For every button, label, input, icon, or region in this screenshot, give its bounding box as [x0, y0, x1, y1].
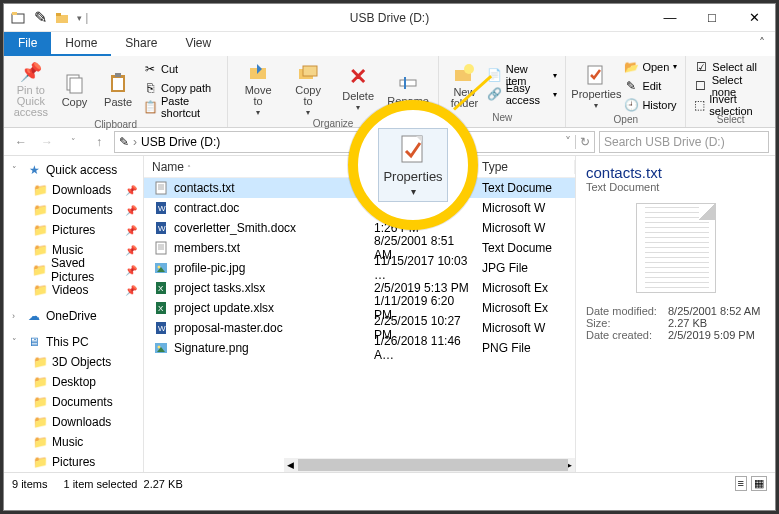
nav-onedrive[interactable]: ›☁OneDrive [4, 306, 143, 326]
invertsel-button[interactable]: ⬚Invert selection [692, 96, 769, 113]
copyto-icon [296, 60, 320, 84]
newitem-button[interactable]: 📄New item ▾ [486, 67, 560, 84]
table-row[interactable]: Xproject update.xlsx1/11/2019 6:20 PMMic… [144, 298, 575, 318]
recent-button[interactable]: ˅ [62, 131, 84, 153]
file-icon: X [154, 301, 168, 315]
status-selected: 1 item selected [63, 478, 137, 490]
nav-item[interactable]: 📁Desktop [4, 372, 143, 392]
table-row[interactable]: Xproject tasks.xlsx2/5/2019 5:13 PMMicro… [144, 278, 575, 298]
status-count: 9 items [12, 478, 47, 490]
copypath-button[interactable]: ⎘Copy path [141, 80, 221, 97]
table-row[interactable]: Wproposal-master.doc2/25/2015 10:27 PMMi… [144, 318, 575, 338]
col-name[interactable]: Name [152, 160, 184, 174]
status-size: 2.27 KB [144, 478, 183, 490]
folder-icon: 📁 [32, 374, 48, 390]
paste-button[interactable]: Paste [97, 58, 139, 118]
history-button[interactable]: 🕘History [622, 96, 679, 113]
folder-icon: 📁 [32, 262, 47, 278]
svg-text:W: W [158, 324, 166, 333]
edit-button[interactable]: ✎Edit [622, 77, 679, 94]
newfolder-icon [452, 62, 476, 86]
qat-dropdown-icon[interactable]: ▾ │ [77, 13, 90, 23]
group-clipboard-label: Clipboard [10, 118, 221, 132]
svg-rect-17 [156, 182, 166, 194]
up-button[interactable]: ↑ [88, 131, 110, 153]
selectnone-button[interactable]: ☐Select none [692, 77, 769, 94]
search-input[interactable]: Search USB Drive (D:) [599, 131, 769, 153]
easyaccess-button[interactable]: 🔗Easy access ▾ [486, 86, 560, 103]
table-row[interactable]: members.txt8/25/2001 8:51 AMText Docume [144, 238, 575, 258]
close-button[interactable]: ✕ [733, 5, 775, 31]
nav-item[interactable]: 📁Pictures📌 [4, 220, 143, 240]
ribbon-collapse-icon[interactable]: ˄ [749, 32, 775, 56]
properties-button[interactable]: Properties▾ [572, 58, 620, 113]
meta-size: 2.27 KB [668, 317, 707, 329]
view-large-icon[interactable]: ▦ [751, 476, 767, 491]
back-button[interactable]: ← [10, 131, 32, 153]
copyto-button[interactable]: Copy to▾ [284, 58, 332, 117]
tab-home[interactable]: Home [51, 32, 111, 56]
breadcrumb-path[interactable]: USB Drive (D:) [141, 135, 220, 149]
svg-rect-2 [56, 15, 68, 23]
view-details-icon[interactable]: ≡ [735, 476, 747, 491]
file-icon: X [154, 281, 168, 295]
meta-created: 2/5/2019 5:09 PM [668, 329, 755, 341]
tab-view[interactable]: View [171, 32, 225, 56]
folder-icon: 📁 [32, 182, 48, 198]
chevron-down-icon: ▾ [411, 186, 416, 197]
nav-item[interactable]: 📁3D Objects [4, 352, 143, 372]
pin-button[interactable]: 📌Pin to Quick access [10, 58, 52, 118]
table-row[interactable]: profile-pic.jpg11/15/2017 10:03 …JPG Fil… [144, 258, 575, 278]
table-row[interactable]: Signature.png1/26/2018 11:46 A…PNG File [144, 338, 575, 358]
nav-item[interactable]: 📁Pictures [4, 452, 143, 472]
svg-rect-0 [12, 14, 24, 23]
pasteshortcut-button[interactable]: 📋Paste shortcut [141, 99, 221, 116]
preview-title: contacts.txt [586, 164, 765, 181]
svg-rect-25 [156, 242, 166, 254]
group-select-label: Select [692, 113, 769, 127]
delete-icon: ✕ [346, 65, 370, 89]
nav-item[interactable]: 📁Documents [4, 392, 143, 412]
invert-icon: ⬚ [694, 98, 705, 112]
forward-button[interactable]: → [36, 131, 58, 153]
folder-icon: 📁 [32, 202, 48, 218]
file-icon: W [154, 321, 168, 335]
pin-icon: 📌 [19, 60, 43, 84]
nav-item[interactable]: 📁Videos📌 [4, 280, 143, 300]
nav-quickaccess[interactable]: ˅★Quick access [4, 160, 143, 180]
selectall-button[interactable]: ☑Select all [692, 58, 769, 75]
nav-item[interactable]: 📁Saved Pictures📌 [4, 260, 143, 280]
refresh-button[interactable]: ↻ [575, 135, 590, 149]
cut-button[interactable]: ✂Cut [141, 61, 221, 78]
col-type[interactable]: Type [474, 160, 575, 174]
minimize-button[interactable]: — [649, 5, 691, 31]
qat-folder-icon[interactable] [55, 11, 69, 25]
scroll-thumb[interactable] [298, 459, 568, 471]
file-list-pane: Name ˄ Date modified Type contacts.txtTe… [144, 156, 575, 472]
file-icon: W [154, 201, 168, 215]
nav-tree[interactable]: ˅★Quick access 📁Downloads📌📁Documents📌📁Pi… [4, 156, 144, 472]
folder-icon: 📁 [32, 414, 48, 430]
maximize-button[interactable]: □ [691, 5, 733, 31]
path-icon: ⎘ [143, 81, 157, 95]
qat-pen-icon[interactable]: ✎ [34, 8, 47, 27]
delete-button[interactable]: ✕Delete▾ [334, 58, 382, 117]
file-icon [154, 241, 168, 255]
copy-button[interactable]: Copy [54, 58, 96, 118]
breadcrumb-dropdown-icon[interactable]: ˅ [565, 135, 571, 149]
nav-thispc[interactable]: ˅🖥This PC [4, 332, 143, 352]
open-button[interactable]: 📂Open ▾ [622, 58, 679, 75]
nav-item[interactable]: 📁Downloads [4, 412, 143, 432]
svg-point-15 [464, 64, 474, 74]
table-row[interactable]: Wcoverletter_Smith.docx1:26 PMMicrosoft … [144, 218, 575, 238]
tab-share[interactable]: Share [111, 32, 171, 56]
hscrollbar[interactable]: ◀ ▶ [284, 458, 575, 472]
svg-rect-3 [56, 13, 61, 16]
tab-file[interactable]: File [4, 32, 51, 56]
nav-item[interactable]: 📁Music [4, 432, 143, 452]
svg-point-30 [158, 266, 161, 269]
moveto-button[interactable]: Move to▾ [234, 58, 282, 117]
nav-item[interactable]: 📁Documents📌 [4, 200, 143, 220]
nav-item[interactable]: 📁Downloads📌 [4, 180, 143, 200]
svg-text:X: X [158, 304, 164, 313]
